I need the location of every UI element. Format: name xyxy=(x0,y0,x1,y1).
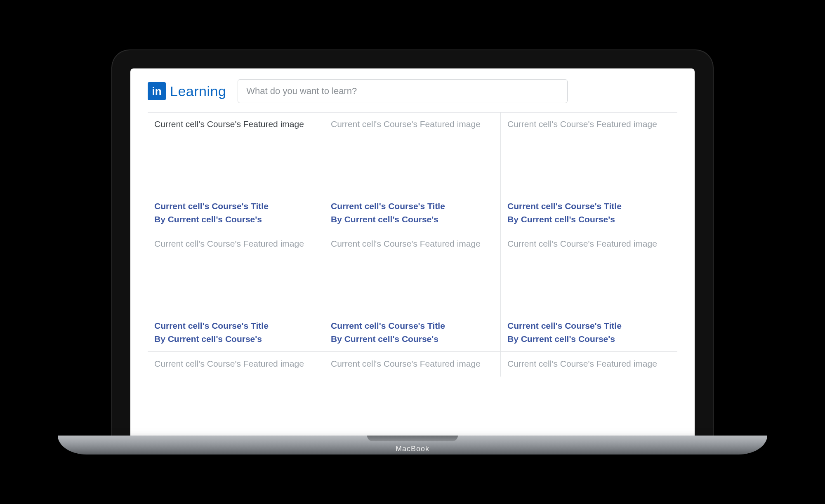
course-author: By Current cell's Course's xyxy=(331,214,494,224)
course-featured-image-placeholder: Current cell's Course's Featured image xyxy=(154,238,317,249)
device-top: in Learning Current cell's Course's Feat… xyxy=(111,49,714,436)
course-title: Current cell's Course's Title xyxy=(331,321,494,331)
course-grid: Current cell's Course's Featured image C… xyxy=(148,112,677,352)
course-title: Current cell's Course's Title xyxy=(507,201,671,211)
course-card[interactable]: Current cell's Course's Featured image C… xyxy=(501,232,677,352)
course-title: Current cell's Course's Title xyxy=(507,321,671,331)
course-author: By Current cell's Course's xyxy=(507,214,671,224)
course-featured-image-placeholder: Current cell's Course's Featured image xyxy=(507,358,671,369)
search-input[interactable] xyxy=(238,79,568,103)
course-card[interactable]: Current cell's Course's Featured image xyxy=(501,352,677,377)
course-title: Current cell's Course's Title xyxy=(154,201,317,211)
course-card[interactable]: Current cell's Course's Featured image xyxy=(148,352,324,377)
brand-logo[interactable]: in Learning xyxy=(148,82,226,100)
course-featured-image-placeholder: Current cell's Course's Featured image xyxy=(507,238,671,249)
spacer xyxy=(507,249,671,321)
course-author: By Current cell's Course's xyxy=(507,334,671,344)
course-featured-image-placeholder: Current cell's Course's Featured image xyxy=(154,358,317,369)
header: in Learning xyxy=(148,79,677,112)
course-card[interactable]: Current cell's Course's Featured image C… xyxy=(501,113,677,232)
course-featured-image-placeholder: Current cell's Course's Featured image xyxy=(507,118,671,130)
device-label: MacBook xyxy=(396,445,429,453)
spacer xyxy=(154,249,317,321)
screen-bezel: in Learning Current cell's Course's Feat… xyxy=(130,68,695,436)
course-featured-image-placeholder: Current cell's Course's Featured image xyxy=(154,118,317,130)
course-featured-image-placeholder: Current cell's Course's Featured image xyxy=(331,118,494,130)
course-author: By Current cell's Course's xyxy=(331,334,494,344)
course-card[interactable]: Current cell's Course's Featured image C… xyxy=(148,232,324,352)
course-featured-image-placeholder: Current cell's Course's Featured image xyxy=(331,358,494,369)
search xyxy=(238,79,568,103)
spacer xyxy=(507,130,671,201)
course-grid-partial: Current cell's Course's Featured image C… xyxy=(148,352,677,377)
course-title: Current cell's Course's Title xyxy=(154,321,317,331)
course-author: By Current cell's Course's xyxy=(154,214,317,224)
spacer xyxy=(331,249,494,321)
course-author: By Current cell's Course's xyxy=(154,334,317,344)
course-card[interactable]: Current cell's Course's Featured image xyxy=(324,352,501,377)
device-base: MacBook xyxy=(58,436,767,455)
screen: in Learning Current cell's Course's Feat… xyxy=(130,68,695,436)
course-featured-image-placeholder: Current cell's Course's Featured image xyxy=(331,238,494,249)
page: in Learning Current cell's Course's Feat… xyxy=(130,68,695,377)
course-card[interactable]: Current cell's Course's Featured image C… xyxy=(324,232,501,352)
brand-text: Learning xyxy=(170,83,226,99)
spacer xyxy=(331,130,494,201)
course-card[interactable]: Current cell's Course's Featured image C… xyxy=(324,113,501,232)
device-frame: in Learning Current cell's Course's Feat… xyxy=(111,49,714,455)
spacer xyxy=(154,130,317,201)
linkedin-badge-icon: in xyxy=(148,82,166,100)
course-title: Current cell's Course's Title xyxy=(331,201,494,211)
course-card[interactable]: Current cell's Course's Featured image C… xyxy=(148,113,324,232)
